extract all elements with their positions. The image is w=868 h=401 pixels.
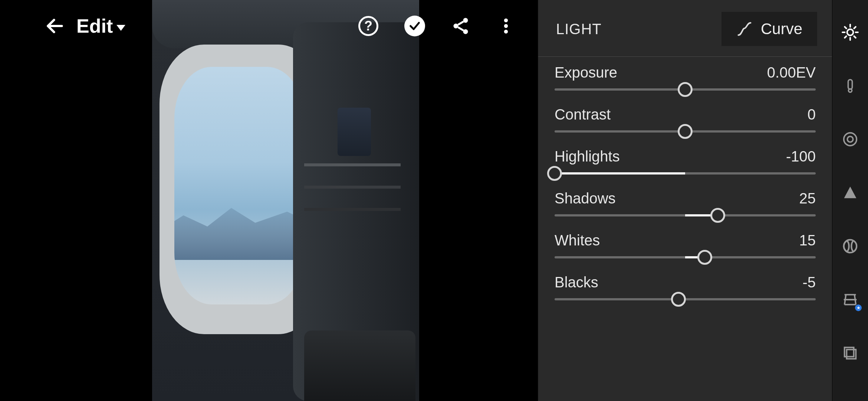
optics-icon[interactable] <box>840 236 860 256</box>
premium-badge-icon: ★ <box>855 304 862 311</box>
svg-rect-23 <box>845 348 854 357</box>
slider-thumb[interactable] <box>547 166 562 181</box>
svg-rect-22 <box>846 349 856 359</box>
top-toolbar: Edit ? <box>0 0 538 52</box>
slider-track[interactable] <box>555 298 816 300</box>
slider-value: 0.00EV <box>767 64 816 81</box>
slider-value: -5 <box>802 274 816 291</box>
slider-thumb[interactable] <box>697 250 712 265</box>
slider-track[interactable] <box>555 214 816 216</box>
slider-value: 25 <box>799 190 816 207</box>
curve-button[interactable]: Curve <box>721 12 817 46</box>
tool-strip: ★ <box>832 0 868 401</box>
slider-label: Shadows <box>555 190 616 207</box>
slider-label: Contrast <box>555 106 611 123</box>
slider-label: Highlights <box>555 148 620 165</box>
svg-point-5 <box>504 24 508 28</box>
slider-track[interactable] <box>555 256 816 258</box>
confirm-icon[interactable] <box>404 16 425 36</box>
edit-dropdown[interactable]: Edit <box>76 15 125 37</box>
svg-point-7 <box>847 29 854 36</box>
geometry-icon[interactable]: ★ <box>840 290 860 310</box>
slider-fill <box>555 172 685 175</box>
share-icon[interactable] <box>451 16 470 36</box>
slider-highlights[interactable]: Highlights-100 <box>555 148 816 175</box>
slider-thumb[interactable] <box>710 208 725 223</box>
slider-thumb[interactable] <box>678 124 693 139</box>
svg-point-17 <box>848 89 852 92</box>
slider-contrast[interactable]: Contrast0 <box>555 106 816 133</box>
slider-value: -100 <box>786 148 816 165</box>
svg-point-3 <box>463 29 468 34</box>
effects-icon[interactable] <box>840 129 860 149</box>
photo-preview[interactable] <box>152 0 419 401</box>
svg-point-4 <box>504 19 508 22</box>
svg-line-14 <box>845 36 846 38</box>
slider-value: 15 <box>799 232 816 249</box>
image-viewer: Edit ? <box>0 0 538 401</box>
help-icon[interactable]: ? <box>358 16 378 36</box>
svg-point-6 <box>504 30 508 33</box>
color-icon[interactable] <box>840 76 860 96</box>
svg-line-12 <box>845 27 846 28</box>
svg-line-13 <box>854 36 855 38</box>
slider-thumb[interactable] <box>671 292 686 307</box>
curve-button-label: Curve <box>761 20 802 38</box>
edit-label: Edit <box>76 15 113 37</box>
panel-title: LIGHT <box>556 21 602 38</box>
svg-line-15 <box>854 27 855 28</box>
versions-icon[interactable] <box>840 343 860 363</box>
svg-point-2 <box>454 24 458 29</box>
chevron-down-icon <box>116 25 125 31</box>
slider-blacks[interactable]: Blacks-5 <box>555 274 816 300</box>
slider-track[interactable] <box>555 130 816 133</box>
svg-marker-20 <box>844 187 857 198</box>
panel-divider <box>538 56 832 57</box>
svg-point-19 <box>847 136 853 142</box>
svg-point-1 <box>463 18 468 23</box>
svg-rect-16 <box>848 80 852 89</box>
slider-label: Whites <box>555 232 600 249</box>
slider-list: Exposure0.00EVContrast0Highlights-100Sha… <box>538 64 832 300</box>
slider-label: Blacks <box>555 274 598 291</box>
slider-shadows[interactable]: Shadows25 <box>555 190 816 216</box>
edit-panel: LIGHT Curve Exposure0.00EVContrast0Highl… <box>538 0 832 401</box>
slider-track[interactable] <box>555 88 816 91</box>
more-icon[interactable] <box>496 16 516 36</box>
slider-track[interactable] <box>555 172 816 175</box>
slider-thumb[interactable] <box>678 82 693 97</box>
back-icon[interactable] <box>45 16 65 36</box>
light-icon[interactable] <box>840 22 860 42</box>
svg-point-18 <box>844 133 857 146</box>
slider-exposure[interactable]: Exposure0.00EV <box>555 64 816 91</box>
slider-whites[interactable]: Whites15 <box>555 232 816 258</box>
detail-icon[interactable] <box>840 183 860 203</box>
slider-label: Exposure <box>555 64 617 81</box>
slider-value: 0 <box>808 106 816 123</box>
